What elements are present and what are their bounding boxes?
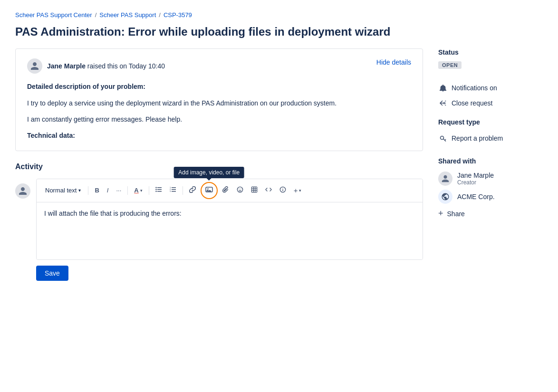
notifications-label: Notifications on [452,84,497,92]
toolbar-separator-4 [183,186,183,195]
main-content: Jane Marple raised this on Today 10:40 H… [15,48,423,281]
svg-point-5 [155,191,157,192]
status-badge: OPEN [438,61,462,69]
svg-rect-8 [172,191,176,192]
author-name: Jane Marple [47,62,86,70]
technical-label: Technical data: [27,132,75,139]
description-p2: I am constantly getting error messages. … [27,114,411,124]
image-button[interactable] [203,185,215,196]
more-formatting-button[interactable]: ··· [113,185,124,196]
svg-point-13 [207,189,208,190]
person-icon-2 [18,186,28,196]
description-p1: I try to deploy a service using the depl… [27,98,411,108]
key-icon [438,134,448,143]
status-section: Status OPEN [438,48,543,69]
svg-rect-1 [157,189,162,190]
ordered-list-button[interactable]: 1.2.3. [167,184,179,196]
person-icon [30,61,39,71]
table-icon [251,186,258,194]
svg-point-15 [239,189,239,189]
code-icon [265,186,272,194]
report-problem-action[interactable]: Report a problem [438,131,543,146]
bold-button[interactable]: B [92,185,102,196]
shared-with-section: Shared with Jane Marple Creator [438,157,543,221]
attach-button[interactable] [220,184,232,196]
request-type-title: Request type [438,118,543,126]
italic-button[interactable]: I [104,185,112,196]
breadcrumb-link-3[interactable]: CSP-3579 [164,11,192,19]
share-action[interactable]: + Share [438,206,543,221]
shared-user-1: Jane Marple Creator [438,170,543,188]
save-button[interactable]: Save [36,266,68,281]
text-color-icon: A [134,187,138,194]
raised-time: raised this on Today 10:40 [87,62,165,70]
svg-point-24 [282,188,283,188]
info-icon [279,186,286,194]
user1-avatar [438,172,452,186]
share-label: Share [447,210,465,218]
author-info: Jane Marple raised this on Today 10:40 [47,62,165,70]
user2-info: ACME Corp. [457,193,495,201]
bullet-list-button[interactable] [153,184,165,196]
svg-point-16 [241,189,241,189]
code-button[interactable] [262,184,275,196]
svg-rect-7 [172,189,176,190]
image-icon [205,186,213,195]
format-dropdown[interactable]: Normal text ▾ [41,185,85,196]
highlight-ring [201,182,218,199]
svg-rect-6 [172,187,176,188]
activity-row: Normal text ▾ B I [15,179,423,281]
breadcrumb-sep-1: / [95,11,97,19]
issue-body: Detailed description of your problem: I … [27,81,411,141]
editor-wrapper: Normal text ▾ B I [36,179,423,260]
svg-point-3 [155,187,157,189]
commenter-avatar [15,183,30,199]
close-request-label: Close request [452,99,492,107]
table-button[interactable] [248,184,260,196]
info-button[interactable] [277,184,289,196]
notifications-action[interactable]: Notifications on [438,80,543,96]
shared-with-title: Shared with [438,157,543,165]
status-title: Status [438,48,543,56]
svg-point-4 [155,189,157,191]
link-button[interactable] [186,184,199,196]
chevron-down-icon: ▾ [78,188,81,193]
tooltip-wrapper: Add image, video, or file [201,182,218,199]
italic-icon: I [107,187,109,194]
user1-role: Creator [457,179,494,186]
close-request-action[interactable]: Close request [438,96,543,111]
chevron-color-icon: ▾ [140,188,143,193]
ordered-list-icon: 1.2.3. [170,186,176,194]
breadcrumb-sep-2: / [159,11,161,19]
emoji-icon [237,186,243,194]
breadcrumb-link-1[interactable]: Scheer PAS Support Center [15,11,92,19]
editor-toolbar: Normal text ▾ B I [37,179,423,202]
close-request-icon [438,98,448,108]
description-label: Detailed description of your problem: [27,83,145,90]
hide-details-link[interactable]: Hide details [376,58,411,66]
toolbar-separator-2 [127,186,128,195]
more-options-button[interactable]: + ▾ [291,184,305,196]
svg-rect-0 [157,187,162,188]
user1-name: Jane Marple [457,172,494,179]
sidebar: Status OPEN Notifications on [438,48,543,233]
request-type-section: Request type Report a problem [438,118,543,146]
toolbar-separator-3 [149,186,149,195]
svg-point-25 [441,136,444,140]
author-avatar [27,58,42,74]
toolbar-separator-1 [88,186,88,195]
emoji-button[interactable] [234,184,246,196]
org-icon [441,192,450,201]
issue-card: Jane Marple raised this on Today 10:40 H… [15,48,423,151]
svg-rect-2 [157,191,162,192]
shared-user-2: ACME Corp. [438,188,543,206]
breadcrumb-link-2[interactable]: Scheer PAS Support [99,11,156,19]
editor-content[interactable]: I will attach the file that is producing… [37,202,423,259]
svg-rect-17 [251,187,257,192]
plus-icon: + [294,186,298,194]
text-color-button[interactable]: A ▾ [131,185,145,196]
svg-point-14 [237,187,242,192]
user2-avatar [438,190,452,204]
share-plus-icon: + [438,209,443,219]
more-icon: ··· [116,187,121,194]
